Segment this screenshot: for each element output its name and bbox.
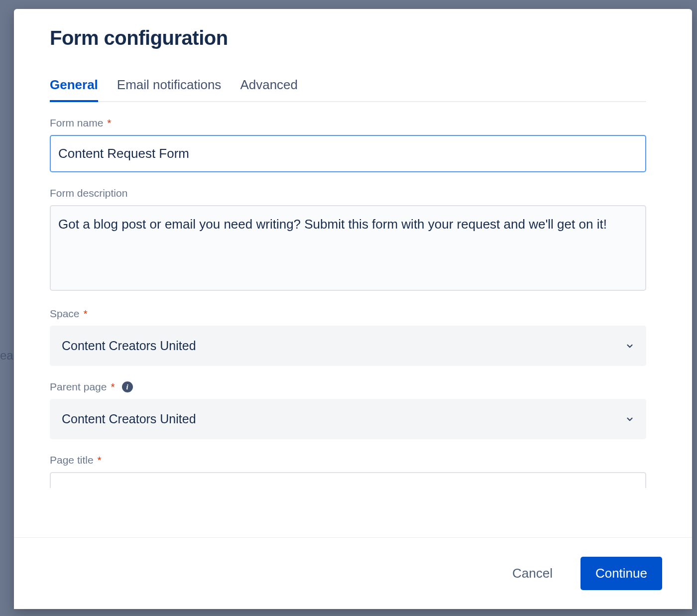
- chevron-down-icon: [625, 342, 634, 351]
- space-select-value: Content Creators United: [62, 339, 196, 353]
- field-group-parent-page: Parent page* i Content Creators United: [50, 381, 646, 439]
- info-icon[interactable]: i: [122, 381, 133, 392]
- label-text: Form description: [50, 187, 127, 199]
- form-description-label: Form description: [50, 187, 646, 199]
- space-label: Space*: [50, 308, 646, 320]
- form-name-label: Form name*: [50, 117, 646, 129]
- page-title-input[interactable]: [50, 472, 646, 488]
- field-group-form-name: Form name*: [50, 117, 646, 172]
- required-marker: *: [98, 454, 102, 466]
- modal-footer: Cancel Continue: [14, 537, 692, 609]
- tab-email-notifications[interactable]: Email notifications: [117, 77, 222, 101]
- chevron-down-icon: [625, 415, 634, 424]
- parent-page-select-value: Content Creators United: [62, 412, 196, 426]
- space-select[interactable]: Content Creators United: [50, 326, 646, 366]
- tab-advanced[interactable]: Advanced: [240, 77, 298, 101]
- form-name-input[interactable]: [50, 135, 646, 172]
- background-partial-text: ea: [0, 349, 13, 363]
- tab-general[interactable]: General: [50, 77, 98, 101]
- field-group-form-description: Form description Got a blog post or emai…: [50, 187, 646, 293]
- required-marker: *: [107, 117, 111, 129]
- field-group-page-title: Page title*: [50, 454, 646, 488]
- label-text: Parent page: [50, 381, 107, 393]
- continue-button[interactable]: Continue: [581, 557, 662, 590]
- page-title-label: Page title*: [50, 454, 646, 466]
- cancel-button[interactable]: Cancel: [503, 560, 562, 587]
- required-marker: *: [111, 381, 115, 393]
- modal-title: Form configuration: [50, 27, 646, 49]
- form-configuration-modal: Form configuration General Email notific…: [14, 9, 692, 609]
- parent-page-label: Parent page* i: [50, 381, 646, 393]
- field-group-space: Space* Content Creators United: [50, 308, 646, 366]
- label-text: Form name: [50, 117, 103, 129]
- label-text: Space: [50, 308, 80, 320]
- label-text: Page title: [50, 454, 94, 466]
- tab-bar: General Email notifications Advanced: [50, 77, 646, 102]
- modal-body: Form configuration General Email notific…: [14, 9, 692, 537]
- form-description-textarea[interactable]: Got a blog post or email you need writin…: [50, 205, 646, 291]
- required-marker: *: [84, 308, 88, 320]
- parent-page-select[interactable]: Content Creators United: [50, 399, 646, 439]
